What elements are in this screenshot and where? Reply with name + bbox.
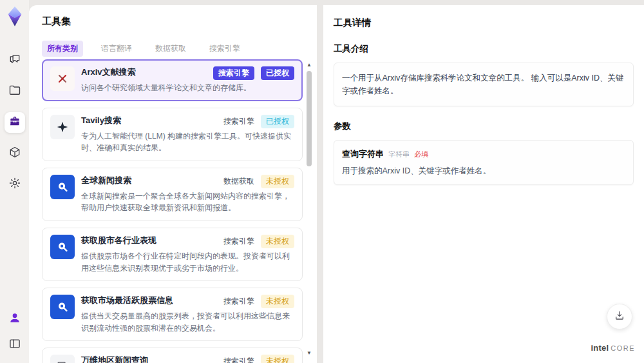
scrollbar-up-arrow[interactable]: ▲ (305, 61, 313, 68)
brand-intel-text: intel (591, 343, 609, 353)
chat-icon (8, 53, 21, 68)
tool-auth-badge: 未授权 (261, 235, 294, 248)
sidebar-item-tools[interactable] (5, 112, 25, 133)
sidebar-item-user[interactable] (5, 309, 25, 329)
search-icon (50, 295, 75, 319)
tool-auth-badge: 未授权 (261, 355, 294, 363)
sparkle-icon (50, 115, 75, 139)
tab-3[interactable]: 搜索引擎 (204, 41, 245, 57)
tool-auth-badge: 已授权 (261, 115, 294, 128)
download-button[interactable] (607, 304, 632, 329)
newspaper-icon (50, 355, 75, 363)
tool-name: Tavily搜索 (81, 115, 121, 126)
sidebar-bottom (5, 309, 25, 355)
tool-category-label: 搜索引擎 (223, 236, 254, 247)
tab-all-categories[interactable]: 所有类别 (42, 41, 83, 57)
tool-description: 全球新闻搜索是一个聚合全球各大新闻网站内容的搜索引擎，帮助用户快速获取全球最新资… (81, 190, 294, 214)
tool-category-label: 搜索引擎 (223, 296, 254, 307)
tool-name: 万维地区新闻查询 (81, 355, 148, 363)
app-logo-icon (5, 5, 24, 27)
intel-core-logo: intel CORE (591, 343, 635, 353)
tool-auth-badge: 未授权 (261, 175, 294, 188)
tool-card[interactable]: 获取市场最活跃股票信息 搜索引擎 未授权 提供当天交易量最高的股票列表，投资者可… (42, 288, 303, 341)
tool-description: 提供当天交易量最高的股票列表，投资者可以利用这些信息来识别流动性强的股票和潜在的… (81, 310, 294, 334)
tool-card[interactable]: 万维地区新闻查询 搜索引擎 未授权 查询具体行政区划内的新闻，快速了解各地新闻动 (42, 348, 303, 363)
tool-auth-badge: 未授权 (261, 295, 294, 308)
tool-category-label: 搜索引擎 (223, 116, 254, 127)
tool-description: 提供股票市场各个行业在特定时间段内的表现。投资者可以利用这些信息来识别表现优于或… (81, 250, 294, 274)
params-heading: 参数 (334, 121, 634, 132)
panel-icon (8, 337, 21, 353)
tool-description: 访问各个研究领域大量科学论文和文章的存储库。 (81, 82, 294, 94)
page-title: 工具集 (42, 15, 317, 28)
tool-card[interactable]: Arxiv文献搜索 搜索引擎 已授权 访问各个研究领域大量科学论文和文章的存储库… (42, 59, 303, 101)
parameter-card: 查询字符串 字符串 必填 用于搜索的Arxiv ID、关键字或作者姓名。 (334, 140, 634, 185)
intro-heading: 工具介绍 (334, 43, 634, 55)
scrollbar-down-arrow[interactable]: ▼ (305, 349, 313, 357)
toolbox-icon (8, 115, 21, 130)
sidebar-item-settings[interactable] (5, 174, 25, 195)
download-icon (614, 309, 625, 324)
search-icon (50, 175, 75, 199)
search-icon (50, 235, 75, 259)
tool-card[interactable]: Tavily搜索 搜索引擎 已授权 专为人工智能代理 (LLM) 构建的搜索引擎… (42, 108, 303, 161)
sidebar-item-chat[interactable] (5, 50, 25, 71)
tool-name: Arxiv文献搜索 (81, 66, 136, 78)
param-required-badge: 必填 (414, 150, 428, 159)
tool-list-panel: 工具集 所有类别语言翻译数据获取搜索引擎 Arxiv文献搜索 搜索引擎 已授权 … (29, 5, 317, 363)
tool-list: Arxiv文献搜索 搜索引擎 已授权 访问各个研究领域大量科学论文和文章的存储库… (42, 59, 303, 363)
gear-icon (8, 177, 21, 192)
detail-title: 工具详情 (334, 17, 634, 29)
tool-card[interactable]: 获取股市各行业表现 搜索引擎 未授权 提供股票市场各个行业在特定时间段内的表现。… (42, 228, 303, 281)
tab-1[interactable]: 语言翻译 (96, 41, 137, 57)
tool-name: 全球新闻搜索 (81, 175, 131, 186)
tool-category-label: 数据获取 (223, 176, 254, 187)
sidebar (0, 0, 29, 363)
tool-name: 获取股市各行业表现 (81, 235, 156, 246)
tool-card[interactable]: 全球新闻搜索 数据获取 未授权 全球新闻搜索是一个聚合全球各大新闻网站内容的搜索… (42, 168, 303, 221)
sidebar-item-files[interactable] (5, 81, 25, 102)
list-scrollbar[interactable]: ▲ ▼ (305, 61, 313, 357)
folder-icon (8, 84, 21, 99)
param-description: 用于搜索的Arxiv ID、关键字或作者姓名。 (342, 166, 625, 177)
tool-name: 获取市场最活跃股票信息 (81, 295, 173, 306)
sidebar-item-collapse[interactable] (5, 335, 25, 355)
tool-category-label: 搜索引擎 (213, 66, 254, 80)
arxiv-icon (50, 66, 75, 91)
cube-icon (8, 146, 21, 161)
sidebar-nav (5, 50, 25, 195)
tool-category-label: 搜索引擎 (223, 356, 254, 363)
category-tabs: 所有类别语言翻译数据获取搜索引擎 (42, 41, 317, 57)
tool-auth-badge: 已授权 (261, 66, 294, 80)
param-name: 查询字符串 (342, 148, 384, 160)
tab-2[interactable]: 数据获取 (150, 41, 191, 57)
brand-core-text: CORE (611, 344, 635, 352)
tool-detail-panel: 工具详情 工具介绍 一个用于从Arxiv存储库搜索科学论文和文章的工具。 输入可… (323, 5, 644, 363)
scrollbar-thumb[interactable] (307, 71, 312, 166)
tool-description: 专为人工智能代理 (LLM) 构建的搜索引擎工具。可快速提供实时、准确和真实的结… (81, 130, 294, 154)
sidebar-item-models[interactable] (5, 143, 25, 164)
user-icon (8, 311, 21, 327)
tool-intro-text: 一个用于从Arxiv存储库搜索科学论文和文章的工具。 输入可以是Arxiv ID… (334, 63, 634, 106)
param-type: 字符串 (388, 150, 410, 159)
